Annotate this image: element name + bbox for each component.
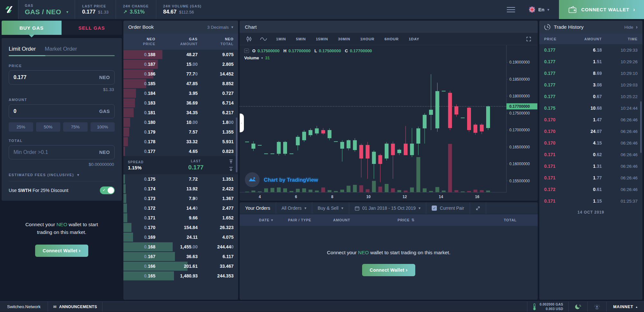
all-orders-filter[interactable]: All Orders ▾: [276, 202, 312, 214]
percent-100-button[interactable]: 100%: [91, 122, 115, 132]
price-fiat-value: $1.33: [9, 87, 114, 92]
price-cell: 0.180: [128, 120, 155, 125]
percent-50-button[interactable]: 50%: [36, 122, 61, 132]
tab-sell-gas[interactable]: SELL GAS: [62, 21, 122, 35]
estimated-fees-toggle[interactable]: ESTIMATED FEES (INCLUSIVE) ▾: [9, 173, 115, 181]
amount-cell: 13.92: [155, 186, 197, 191]
date-range-filter[interactable]: 01 Jan 2018 - 15 Oct 2019 ▾: [349, 202, 427, 214]
trade-history-row: 0.1720.6106:26:46: [539, 184, 642, 195]
trade-amount: 1.47: [568, 117, 611, 122]
trade-price: 0.170: [539, 140, 568, 146]
order-book-buy-row[interactable]: 0.166201.6133.467: [123, 261, 238, 271]
order-book-scrollbar[interactable]: [236, 117, 237, 172]
connect-wallet-side-label: Connect Wallet: [43, 248, 78, 253]
percent-25-button[interactable]: 25%: [9, 122, 33, 132]
expand-orders-button[interactable]: [470, 202, 486, 214]
amount-input[interactable]: [14, 108, 99, 114]
order-book-buy-row[interactable]: 0.1757.721.351: [123, 174, 238, 184]
order-book-sell-row[interactable]: 0.18134.356.217: [123, 108, 238, 117]
orders-col-price[interactable]: PRICE⇅: [398, 218, 504, 222]
timeframe-1min[interactable]: 1MIN: [273, 36, 289, 42]
order-book-buy-row[interactable]: 0.1737.901.367: [123, 194, 238, 203]
timeframe-5min[interactable]: 5MIN: [293, 36, 309, 42]
connect-wallet-button-orders[interactable]: Connect Wallet ›: [362, 264, 416, 276]
order-book-buy-row[interactable]: 0.1681,455.00244.440: [123, 242, 238, 252]
trade-history-title: Trade History: [554, 24, 583, 30]
legend-collapse-icon[interactable]: [244, 49, 249, 53]
network-selector[interactable]: MAINNET ▴: [606, 302, 644, 312]
order-book-buy-row[interactable]: 0.17413.922.422: [123, 184, 238, 194]
order-book-sell-row[interactable]: 0.1774.650.823: [123, 146, 238, 156]
price-chart[interactable]: 0.190000000.185000000.180000000.17500000…: [240, 45, 538, 201]
market-pair-selector[interactable]: GAS GAS / NEO ▾: [18, 0, 75, 19]
tab-limit-order[interactable]: Limit Order: [9, 46, 36, 56]
market-base-label: GAS: [25, 4, 68, 7]
price-cell: 0.165: [128, 273, 155, 278]
chart-panel: Chart 1MIN 5MIN 15MIN 30MIN: [240, 21, 538, 201]
dark-mode-toggle[interactable]: [568, 302, 587, 312]
trade-history-panel: Trade History Hide › PRICE AMOUNT TIME 0…: [539, 21, 642, 300]
menu-icon[interactable]: [507, 7, 515, 12]
decimals-selector[interactable]: 3 Decimals ▾: [207, 25, 233, 30]
order-book-sell-row[interactable]: 0.18336.696.714: [123, 98, 238, 108]
percent-75-button[interactable]: 75%: [63, 122, 88, 132]
trade-time: 10:25:22: [611, 94, 642, 99]
timeframe-15min[interactable]: 15MIN: [313, 36, 331, 42]
connect-wallet-button-side[interactable]: Connect Wallet ›: [35, 245, 89, 257]
light-mode-toggle[interactable]: [587, 302, 606, 312]
amount-cell: 15.00: [155, 62, 197, 67]
timeframe-1day[interactable]: 1DAY: [406, 36, 422, 42]
order-book-buy-row[interactable]: 0.1651,480.93244.353: [123, 271, 238, 281]
orders-col-total: TOTAL: [504, 218, 538, 222]
amount-cell: 48.27: [155, 52, 197, 57]
language-selector[interactable]: En ▾: [529, 6, 549, 13]
buy-sell-filter[interactable]: Buy & Sell ▾: [312, 202, 349, 214]
scroll-to-top-icon[interactable]: [228, 159, 234, 164]
order-book-buy-row[interactable]: 0.17214.402.477: [123, 203, 238, 213]
order-book-sell-row[interactable]: 0.17833.325.931: [123, 137, 238, 146]
order-book-buy-row[interactable]: 0.1719.661.652: [123, 213, 238, 223]
timeframe-30min[interactable]: 30MIN: [335, 36, 353, 42]
gas-balance: 0.002000 GAS: [540, 302, 563, 307]
total-cell: 0.823: [197, 149, 234, 154]
decimals-label: 3 Decimals: [207, 25, 229, 30]
order-book-sell-row[interactable]: 0.18677.7014.452: [123, 69, 238, 79]
gas-balance-indicator: 0.002000 GAS 0.003 USD: [527, 302, 568, 312]
brand-link[interactable]: Switcheo.Network: [0, 302, 48, 312]
order-book-sell-row[interactable]: 0.1843.950.727: [123, 88, 238, 98]
order-book-buy-row[interactable]: 0.16736.636.117: [123, 252, 238, 261]
candlestick-chart-icon[interactable]: [244, 36, 254, 42]
tradingview-attribution[interactable]: Chart by TradingView: [245, 172, 318, 187]
tab-market-order[interactable]: Market Order: [45, 46, 77, 56]
timeframe-1hour[interactable]: 1HOUR: [357, 36, 377, 42]
depth-bar: [123, 137, 128, 146]
collapse-orderbook-handle[interactable]: ›: [240, 114, 244, 132]
scroll-to-bottom-icon[interactable]: [228, 166, 234, 172]
price-input[interactable]: [14, 75, 99, 80]
total-cell: 1.367: [197, 196, 234, 201]
total-input[interactable]: [14, 149, 99, 155]
connect-wallet-button[interactable]: CONNECT WALLET ›: [559, 0, 644, 19]
timeframe-6hour[interactable]: 6HOUR: [381, 36, 401, 42]
order-book-sell-row[interactable]: 0.18848.279.075: [123, 50, 238, 59]
hide-history-button[interactable]: Hide ›: [624, 24, 638, 30]
order-book-buy-row[interactable]: 0.16924.114.075: [123, 232, 238, 242]
line-chart-icon[interactable]: [258, 37, 269, 41]
current-pair-filter[interactable]: ✓ Current Pair: [426, 202, 470, 214]
swth-discount-label: Use SWTH For 25% Discount: [9, 188, 68, 193]
swth-discount-toggle[interactable]: ✓: [100, 186, 115, 194]
order-book-sell-row[interactable]: 0.18547.858.852: [123, 79, 238, 88]
order-book-sell-row[interactable]: 0.18010.001.800: [123, 117, 238, 127]
history-scrollbar[interactable]: [640, 101, 642, 153]
tab-buy-gas[interactable]: BUY GAS: [2, 21, 62, 35]
trade-time: 06:26:46: [611, 164, 642, 169]
order-book-sell-row[interactable]: 0.1797.571.355: [123, 127, 238, 137]
volume-24h-usd: $112.56: [179, 10, 194, 15]
switcheo-logo[interactable]: [0, 0, 18, 19]
fullscreen-icon[interactable]: [524, 36, 533, 42]
order-book-sell-row[interactable]: 0.18715.002.805: [123, 59, 238, 69]
announcements-link[interactable]: ✉ ANNOUNCEMENTS: [48, 302, 102, 312]
top-header: GAS GAS / NEO ▾ LAST PRICE 0.177 $1.33 2…: [0, 0, 644, 19]
orders-col-date[interactable]: DATE▾: [240, 218, 288, 222]
order-book-buy-row[interactable]: 0.170154.8426.323: [123, 223, 238, 232]
